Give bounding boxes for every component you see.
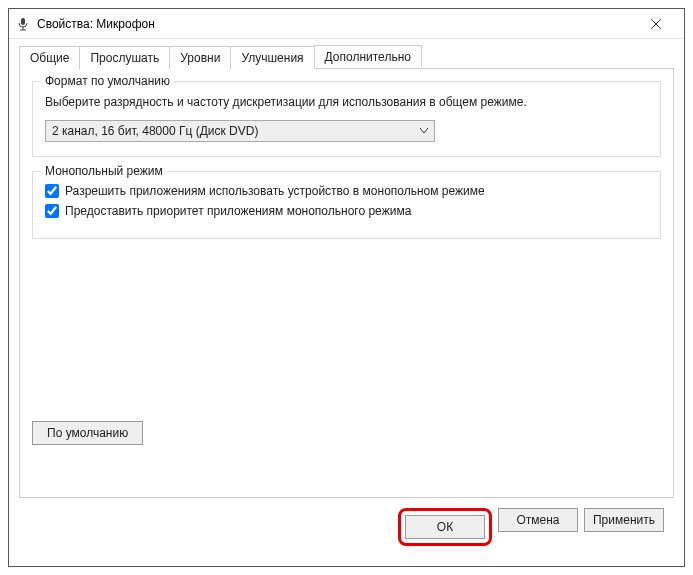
tab-listen[interactable]: Прослушать bbox=[79, 46, 170, 69]
chevron-down-icon bbox=[420, 128, 428, 134]
properties-window: Свойства: Микрофон Общие Прослушать Уров… bbox=[8, 8, 685, 567]
ok-button[interactable]: ОК bbox=[405, 515, 485, 539]
format-combobox[interactable]: 2 канал, 16 бит, 48000 Гц (Диск DVD) bbox=[45, 120, 435, 142]
titlebar: Свойства: Микрофон bbox=[9, 9, 684, 39]
tab-general[interactable]: Общие bbox=[19, 46, 80, 69]
cancel-button[interactable]: Отмена bbox=[498, 508, 578, 532]
restore-defaults-button[interactable]: По умолчанию bbox=[32, 421, 143, 445]
tab-strip: Общие Прослушать Уровни Улучшения Дополн… bbox=[19, 45, 674, 69]
tab-advanced[interactable]: Дополнительно bbox=[314, 45, 422, 68]
svg-rect-0 bbox=[21, 18, 25, 25]
exclusive-mode-group: Монопольный режим Разрешить приложениям … bbox=[32, 171, 661, 239]
tab-panel-advanced: Формат по умолчанию Выберите разрядность… bbox=[19, 69, 674, 498]
content-area: Общие Прослушать Уровни Улучшения Дополн… bbox=[9, 39, 684, 566]
allow-exclusive-label: Разрешить приложениям использовать устро… bbox=[65, 184, 485, 198]
ok-highlight: ОК bbox=[398, 508, 492, 546]
format-selected-value: 2 канал, 16 бит, 48000 Гц (Диск DVD) bbox=[52, 124, 258, 138]
allow-exclusive-checkbox[interactable] bbox=[45, 184, 59, 198]
window-title: Свойства: Микрофон bbox=[37, 17, 636, 31]
close-button[interactable] bbox=[636, 10, 676, 38]
exclusive-mode-legend: Монопольный режим bbox=[41, 164, 167, 178]
tab-enhancements[interactable]: Улучшения bbox=[230, 46, 314, 69]
allow-exclusive-row[interactable]: Разрешить приложениям использовать устро… bbox=[45, 184, 648, 198]
default-format-legend: Формат по умолчанию bbox=[41, 74, 174, 88]
apply-button[interactable]: Применить bbox=[584, 508, 664, 532]
default-format-description: Выберите разрядность и частоту дискретиз… bbox=[45, 94, 648, 110]
priority-exclusive-row[interactable]: Предоставить приоритет приложениям моноп… bbox=[45, 204, 648, 218]
tab-levels[interactable]: Уровни bbox=[169, 46, 231, 69]
priority-exclusive-checkbox[interactable] bbox=[45, 204, 59, 218]
default-format-group: Формат по умолчанию Выберите разрядность… bbox=[32, 81, 661, 157]
priority-exclusive-label: Предоставить приоритет приложениям моноп… bbox=[65, 204, 411, 218]
dialog-button-bar: ОК Отмена Применить bbox=[19, 498, 674, 556]
microphone-icon bbox=[17, 17, 29, 31]
